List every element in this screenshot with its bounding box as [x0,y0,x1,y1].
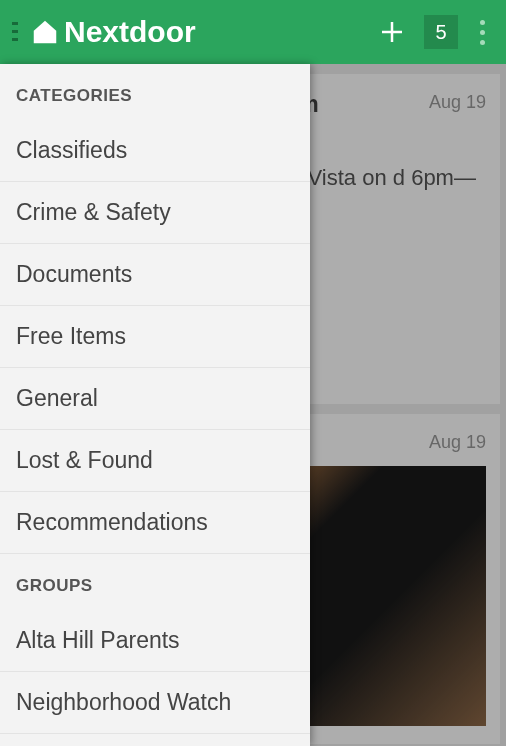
sidebar-item-documents[interactable]: Documents [0,244,310,306]
house-icon [30,17,60,47]
svg-rect-1 [12,30,18,33]
svg-rect-0 [12,22,18,25]
sidebar-item-lost-found[interactable]: Lost & Found [0,430,310,492]
sidebar-item-pet-owners[interactable]: Pet Owners [0,734,310,746]
overflow-icon [480,20,485,25]
svg-rect-2 [12,38,18,41]
plus-icon [377,17,407,47]
sidebar-item-classifieds[interactable]: Classifieds [0,120,310,182]
brand-name: Nextdoor [64,15,196,49]
drawer-section-header-groups: GROUPS [0,554,310,610]
notification-badge[interactable]: 5 [424,15,458,49]
brand-logo: Nextdoor [30,15,196,49]
navigation-drawer: CATEGORIES Classifieds Crime & Safety Do… [0,64,310,746]
sidebar-item-free-items[interactable]: Free Items [0,306,310,368]
sidebar-item-crime-safety[interactable]: Crime & Safety [0,182,310,244]
overflow-menu-button[interactable] [466,8,498,56]
compose-button[interactable] [368,8,416,56]
app-header: Nextdoor 5 [0,0,506,64]
sidebar-item-recommendations[interactable]: Recommendations [0,492,310,554]
sidebar-item-neighborhood-watch[interactable]: Neighborhood Watch [0,672,310,734]
drawer-section-header-categories: CATEGORIES [0,64,310,120]
menu-button[interactable] [4,0,26,64]
sidebar-item-general[interactable]: General [0,368,310,430]
sidebar-item-alta-hill-parents[interactable]: Alta Hill Parents [0,610,310,672]
